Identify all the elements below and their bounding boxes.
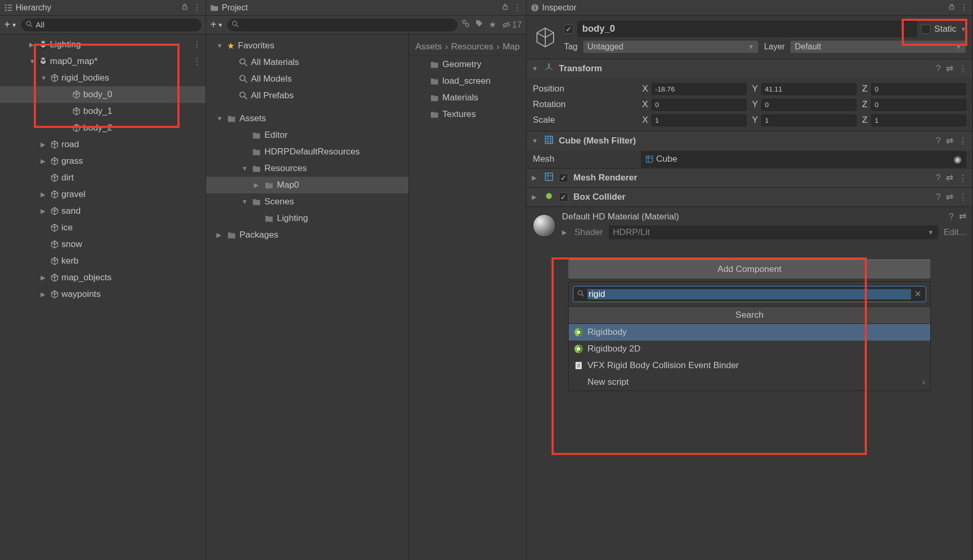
preset-icon[interactable]: ⇄ — [946, 173, 953, 184]
tag-dropdown[interactable]: Untagged ▼ — [583, 40, 759, 54]
help-icon[interactable]: ? — [936, 192, 941, 203]
hierarchy-item-rigid-bodies[interactable]: ▼rigid_bodies — [0, 70, 206, 86]
lock-icon[interactable] — [181, 3, 188, 13]
star-icon[interactable]: ★ — [489, 19, 496, 30]
folder-editor[interactable]: Editor — [206, 127, 408, 144]
help-icon[interactable]: ? — [936, 136, 941, 147]
object-name-input[interactable] — [578, 21, 917, 37]
panel-menu-icon[interactable]: ⋮ — [193, 2, 201, 13]
favorites[interactable]: ▼★Favorites — [206, 37, 408, 54]
filter-icon[interactable] — [462, 19, 470, 30]
help-icon[interactable]: ? — [949, 212, 954, 222]
hierarchy-search[interactable] — [21, 19, 202, 31]
hierarchy-item-sand[interactable]: ▶sand — [0, 203, 206, 219]
position-y-input[interactable] — [761, 83, 856, 95]
hierarchy-item-map-objects[interactable]: ▶map_objects — [0, 269, 206, 286]
hierarchy-item-body-0[interactable]: body_0 — [0, 86, 206, 103]
component-result-rigidbody-2d[interactable]: Rigidbody 2D — [569, 341, 930, 357]
component-search-input[interactable] — [587, 289, 911, 299]
component-result-rigidbody[interactable]: Rigidbody — [569, 324, 930, 341]
hierarchy-item-ice[interactable]: ice — [0, 219, 206, 236]
hierarchy-item-gravel[interactable]: ▶gravel — [0, 186, 206, 203]
folder-resources[interactable]: ▼Resources — [206, 160, 408, 177]
hierarchy-item-lighting[interactable]: ▶Lighting⋮ — [0, 36, 206, 53]
hierarchy-item-map0-map-[interactable]: ▼map0_map*⋮ — [0, 53, 206, 70]
hierarchy-item-snow[interactable]: snow — [0, 236, 206, 253]
folder-materials[interactable]: Materials — [409, 89, 526, 106]
lock-icon[interactable] — [502, 3, 509, 13]
project-search[interactable] — [227, 19, 457, 31]
menu-icon[interactable]: ⋮ — [958, 63, 967, 74]
folder-scenes[interactable]: ▼Scenes — [206, 193, 408, 210]
rotation-z-input[interactable] — [871, 99, 966, 111]
scale-z-input[interactable] — [871, 114, 966, 126]
preset-icon[interactable]: ⇄ — [946, 192, 953, 203]
static-checkbox[interactable] — [921, 24, 930, 34]
hierarchy-item-road[interactable]: ▶road — [0, 136, 206, 153]
hierarchy-search-input[interactable] — [36, 20, 197, 29]
chevron-down-icon[interactable]: ▼ — [961, 26, 966, 32]
preset-icon[interactable]: ⇄ — [959, 211, 966, 222]
layer-dropdown[interactable]: Default ▼ — [790, 40, 966, 54]
position-z-input[interactable] — [871, 83, 966, 95]
component-enabled-checkbox[interactable] — [559, 173, 568, 183]
scale-x-input[interactable] — [651, 114, 747, 126]
enabled-checkbox[interactable] — [564, 24, 573, 34]
item-menu-icon[interactable]: ⋮ — [193, 56, 201, 67]
packages-folder[interactable]: ▶Packages — [206, 227, 408, 243]
folder-textures[interactable]: Textures — [409, 106, 526, 123]
component-result-new-script[interactable]: New script› — [569, 374, 930, 390]
preset-icon[interactable]: ⇄ — [946, 136, 953, 147]
object-picker-icon[interactable]: ◉ — [954, 154, 962, 165]
hierarchy-item-grass[interactable]: ▶grass — [0, 153, 206, 170]
project-search-input[interactable] — [242, 20, 453, 29]
item-menu-icon[interactable]: ⋮ — [193, 40, 201, 50]
hidden-count[interactable]: 17 — [502, 20, 522, 30]
add-button[interactable]: +▼ — [210, 19, 223, 31]
menu-icon[interactable]: ⋮ — [958, 173, 967, 184]
menu-icon[interactable]: ⋮ — [958, 192, 967, 203]
menu-icon[interactable]: ⋮ — [958, 136, 967, 147]
add-component-button[interactable]: Add Component — [568, 259, 931, 279]
favorite-all-materials[interactable]: All Materials — [206, 54, 408, 71]
folder-geometry[interactable]: Geometry — [409, 56, 526, 73]
hierarchy-item-waypoints[interactable]: ▶waypoints — [0, 286, 206, 303]
breadcrumb-item[interactable]: Resources — [451, 42, 493, 52]
add-button[interactable]: +▼ — [4, 19, 17, 31]
rotation-y-input[interactable] — [761, 99, 856, 111]
panel-menu-icon[interactable]: ⋮ — [513, 2, 522, 13]
component-header[interactable]: ▼ Cube (Mesh Filter) ? ⇄ ⋮ — [527, 132, 972, 150]
favorite-all-prefabs[interactable]: All Prefabs — [206, 87, 408, 104]
rotation-x-input[interactable] — [651, 99, 747, 111]
component-result-vfx-rigid-body-collision-event-binder[interactable]: #VFX Rigid Body Collision Event Binder — [569, 357, 930, 374]
folder-hdrpdefaultresources[interactable]: HDRPDefaultResources — [206, 144, 408, 160]
shader-dropdown[interactable]: HDRP/Lit ▼ — [608, 225, 939, 240]
breadcrumb-item[interactable]: Assets — [415, 42, 442, 52]
hierarchy-item-dirt[interactable]: dirt — [0, 170, 206, 186]
breadcrumb-item[interactable]: Map — [503, 42, 520, 52]
lock-icon[interactable] — [948, 3, 955, 13]
panel-menu-icon[interactable]: ⋮ — [959, 2, 968, 13]
hierarchy-item-kerb[interactable]: kerb — [0, 253, 206, 269]
scale-y-input[interactable] — [761, 114, 856, 126]
folder-lighting[interactable]: Lighting — [206, 210, 408, 227]
folder-map0[interactable]: ▶Map0 — [206, 177, 408, 193]
component-header[interactable]: ▶ Box Collider ? ⇄ ⋮ — [527, 188, 972, 206]
mesh-field[interactable]: Cube ◉ — [641, 151, 966, 167]
component-header[interactable]: ▶ Mesh Renderer ? ⇄ ⋮ — [527, 168, 972, 187]
tag-icon[interactable] — [475, 19, 483, 30]
hierarchy-item-body-2[interactable]: body_2 — [0, 120, 206, 136]
component-enabled-checkbox[interactable] — [559, 192, 568, 202]
component-search-box[interactable]: ✕ — [573, 286, 926, 302]
help-icon[interactable]: ? — [936, 63, 941, 74]
hierarchy-item-body-1[interactable]: body_1 — [0, 103, 206, 120]
folder-load_screen[interactable]: load_screen — [409, 73, 526, 89]
component-header[interactable]: ▼ Transform ? ⇄ ⋮ — [527, 59, 972, 78]
position-x-input[interactable] — [651, 83, 747, 95]
preset-icon[interactable]: ⇄ — [946, 63, 953, 74]
clear-icon[interactable]: ✕ — [914, 289, 921, 299]
edit-button[interactable]: Edit... — [944, 227, 966, 238]
help-icon[interactable]: ? — [936, 173, 941, 184]
favorite-all-models[interactable]: All Models — [206, 71, 408, 87]
assets-folder[interactable]: ▼Assets — [206, 110, 408, 127]
